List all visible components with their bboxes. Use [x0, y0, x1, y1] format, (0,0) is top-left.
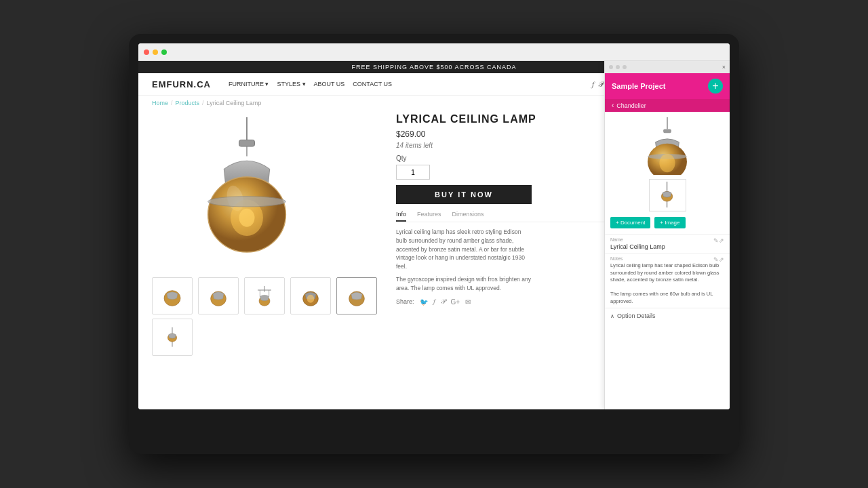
thumb-3-image	[251, 283, 278, 310]
thumb-6-image	[159, 324, 186, 351]
nav-styles[interactable]: STYLES ▾	[277, 81, 306, 87]
facebook-share-icon[interactable]: 𝑓	[433, 298, 435, 306]
panel-product-images	[605, 112, 730, 217]
panel-name-label: Name	[610, 237, 724, 242]
breadcrumb-current: Lyrical Ceiling Lamp	[207, 100, 262, 106]
panel-thumb-lamp	[650, 180, 684, 210]
twitter-share-icon[interactable]: 🐦	[420, 298, 428, 306]
svg-point-24	[659, 154, 675, 172]
panel-actions: + Document + Image	[605, 217, 730, 234]
svg-point-16	[307, 294, 315, 302]
thumbnail-row-1	[152, 277, 382, 314]
panel-dot-3	[623, 65, 627, 69]
pinterest-share-icon[interactable]: 𝒫	[441, 298, 446, 306]
back-arrow-icon: ‹	[612, 102, 614, 109]
svg-rect-1	[239, 140, 255, 146]
browser-chrome	[138, 43, 730, 61]
add-icon: +	[712, 81, 718, 92]
panel-option-details[interactable]: ∧ Option Details	[605, 308, 730, 323]
breadcrumb-products[interactable]: Products	[176, 100, 200, 106]
thumb-4-image	[297, 283, 324, 310]
maximize-dot[interactable]	[161, 49, 167, 55]
name-edit-icon[interactable]: ✎⇗	[713, 237, 724, 244]
nav-about[interactable]: ABOUT US	[314, 81, 345, 87]
tab-dimensions[interactable]: Dimensions	[452, 211, 484, 222]
thumbnail-row-2	[152, 319, 382, 356]
panel-back-label: Chandelier	[616, 102, 646, 109]
close-dot[interactable]	[144, 49, 149, 55]
panel-name-section: Name Lyrical Ceiling Lamp ✎⇗	[605, 234, 730, 253]
desc-text-2: The gyroscope inspired design with fros …	[396, 276, 531, 291]
panel-notes-section: Notes Lyrical ceiling lamp has tear shap…	[605, 253, 730, 308]
thumb-2-image	[205, 283, 232, 310]
add-document-button[interactable]: + Document	[610, 217, 650, 228]
notes-edit-icon[interactable]: ✎⇗	[713, 256, 724, 263]
minimize-dot[interactable]	[153, 49, 158, 55]
thumb-6[interactable]	[152, 319, 193, 356]
panel-chrome: ×	[605, 61, 730, 73]
thumb-3[interactable]	[244, 277, 285, 314]
thumb-1-image	[159, 283, 186, 310]
panel-dot-1	[609, 65, 613, 69]
thumb-2[interactable]	[198, 277, 239, 314]
nav-contact[interactable]: CONTACT US	[353, 81, 392, 87]
site-logo[interactable]: EMFURN.CA	[152, 79, 211, 89]
buy-now-button[interactable]: BUY IT NOW	[396, 185, 532, 204]
panel-main-image	[633, 117, 701, 175]
panel-dot-2	[616, 65, 620, 69]
add-image-button[interactable]: + Image	[654, 217, 685, 228]
product-description-2: The gyroscope inspired design with fros …	[396, 275, 532, 293]
nav-links: FURNITURE ▾ STYLES ▾ ABOUT US CONTACT US	[229, 81, 392, 87]
tab-features[interactable]: Features	[417, 211, 441, 222]
main-product-image	[152, 110, 342, 273]
product-images	[152, 110, 382, 405]
panel-add-button[interactable]: +	[708, 79, 723, 94]
breadcrumb-home[interactable]: Home	[152, 100, 168, 106]
googleplus-share-icon[interactable]: G+	[451, 298, 460, 306]
nav-furniture[interactable]: FURNITURE ▾	[229, 81, 269, 87]
lamp-illustration	[179, 117, 315, 266]
panel-back-nav[interactable]: ‹ Chandelier	[605, 99, 730, 112]
laptop-frame: FREE SHIPPING ABOVE $500 ACROSS CANADA E…	[129, 34, 739, 454]
pinterest-icon[interactable]: 𝒫	[598, 80, 604, 89]
panel-notes-text: Lyrical ceiling lamp has tear shaped Edi…	[610, 262, 724, 305]
side-panel: × Sample Project + ‹ Chandelier	[604, 61, 730, 409]
panel-lamp-image	[633, 117, 701, 175]
laptop-screen: FREE SHIPPING ABOVE $500 ACROSS CANADA E…	[138, 43, 730, 409]
thumb-5-image	[343, 283, 370, 310]
svg-point-6	[239, 209, 255, 227]
panel-header: Sample Project +	[605, 73, 730, 99]
panel-close-button[interactable]: ×	[722, 64, 726, 70]
svg-rect-21	[663, 129, 671, 133]
panel-title: Sample Project	[612, 82, 665, 90]
facebook-icon[interactable]: 𝑓	[592, 80, 594, 89]
product-description-1: Lyrical ceiling lamp has sleek retro sty…	[396, 228, 532, 271]
share-label: Share:	[396, 298, 414, 305]
thumb-4[interactable]	[290, 277, 331, 314]
breadcrumb-sep2: /	[202, 100, 204, 106]
tab-info[interactable]: Info	[396, 211, 406, 222]
option-details-label: Option Details	[617, 312, 656, 319]
panel-thumb-image[interactable]	[649, 179, 686, 211]
panel-notes-label: Notes	[610, 256, 724, 261]
svg-point-7	[208, 197, 286, 207]
site-wrapper: FREE SHIPPING ABOVE $500 ACROSS CANADA E…	[138, 61, 730, 409]
thumb-5[interactable]	[336, 277, 377, 314]
banner-text: FREE SHIPPING ABOVE $500 ACROSS CANADA	[351, 64, 516, 70]
chevron-up-icon: ∧	[610, 313, 614, 319]
panel-name-value: Lyrical Ceiling Lamp	[610, 243, 724, 250]
desc-text-1: Lyrical ceiling lamp has sleek retro sty…	[396, 228, 525, 270]
email-share-icon[interactable]: ✉	[465, 298, 471, 306]
qty-input[interactable]	[396, 165, 430, 180]
thumb-1[interactable]	[152, 277, 193, 314]
breadcrumb-sep1: /	[171, 100, 173, 106]
